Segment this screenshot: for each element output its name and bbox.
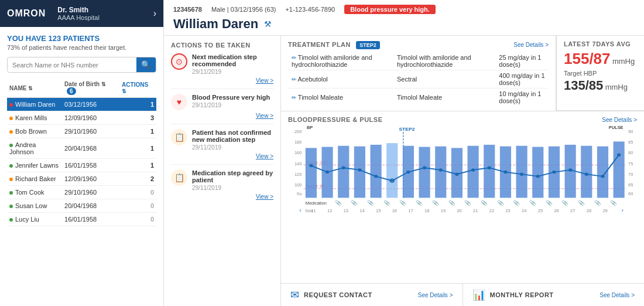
svg-text:14: 14 — [359, 209, 364, 213]
monthly-report-button[interactable]: 📊 MONTHLY REPORT See Details > — [463, 284, 645, 306]
treatment-see-details[interactable]: See Details > — [513, 42, 549, 48]
patient-name-cell: William Daren — [7, 98, 62, 111]
action-view-link[interactable]: View > — [171, 193, 273, 200]
treatment-row: ✏ Timolol with amiloride and hydrochloro… — [288, 52, 549, 70]
action-item: 📋Medication step agreed by patient29/11/… — [171, 169, 273, 205]
chart-see-details[interactable]: See Details > — [602, 117, 637, 123]
med-dose-cell: 10 mg/day in 1 dose(s) — [495, 89, 549, 107]
svg-rect-26 — [370, 145, 381, 198]
svg-text:📎: 📎 — [561, 200, 569, 206]
search-button[interactable]: 🔍 — [136, 57, 156, 72]
top-bar-row1: 12345678 Male | 03/12/1956 (63) +1-123-4… — [173, 5, 635, 14]
chart-title: BLOODPRESSURE & PULSE — [288, 116, 382, 123]
request-contact-button[interactable]: ✉ REQUEST CONTACT See Details > — [281, 284, 463, 306]
top-bar-row2: William Daren ⚒ — [173, 16, 635, 32]
latest-avg-title: LATEST 7DAYS AVG — [564, 40, 637, 47]
action-icon: ⊙ — [171, 53, 187, 70]
svg-text:📎: 📎 — [416, 200, 423, 206]
table-row[interactable]: William Daren03/12/19561 — [7, 98, 156, 111]
col-actions[interactable]: ACTIONS ⇅ — [119, 79, 156, 98]
svg-text:📎: 📎 — [383, 200, 391, 206]
col-name[interactable]: NAME ⇅ — [7, 79, 62, 98]
status-dot — [9, 130, 13, 134]
svg-text:90: 90 — [628, 130, 633, 133]
content-area: ACTIONS TO BE TAKEN ⊙Next medication ste… — [164, 36, 644, 306]
action-view-link[interactable]: View > — [171, 113, 273, 119]
action-view-link[interactable]: View > — [171, 153, 273, 159]
hbp-display: 135/85 mmHg — [564, 78, 637, 93]
svg-rect-22 — [306, 148, 317, 198]
action-header: 📋Patient has not confirmed new medicatio… — [171, 129, 273, 151]
svg-point-49 — [423, 166, 426, 169]
svg-point-60 — [601, 175, 604, 178]
sidebar-header: OMRON Dr. Smith AAAA Hospital › — [0, 0, 163, 27]
table-row[interactable]: Jennifer Lawns16/01/19581 — [7, 159, 156, 172]
action-item: 📋Patient has not confirmed new medicatio… — [171, 129, 273, 165]
request-contact-see-details[interactable]: See Details > — [418, 292, 453, 298]
patient-name-cell: Richard Baker — [7, 172, 62, 186]
svg-point-47 — [390, 179, 394, 182]
action-text: Next medication step recommended29/11/20… — [192, 53, 273, 75]
treatment-row: ✏ AcebutololSectral400 mg/day in 1 dose(… — [288, 70, 549, 89]
patient-dob-cell: 16/01/1958 — [62, 213, 119, 226]
patient-actions-cell: 0 — [119, 199, 156, 213]
table-row[interactable]: Bob Brown29/10/19601 — [7, 125, 156, 138]
action-text-content: Next medication step recommended — [192, 53, 273, 67]
search-input[interactable] — [8, 59, 136, 72]
action-header: ⊙Next medication step recommended29/11/2… — [171, 53, 273, 75]
bp-value: 155/87 — [564, 50, 611, 67]
med-brand-cell: Timolol Maleate — [393, 89, 495, 107]
edit-icon[interactable]: ✏ — [292, 94, 296, 101]
action-date: 29/11/2019 — [192, 185, 273, 191]
bp-pulse-chart: 200 180 160 140 120 100 0u 90 85 80 75 7… — [288, 125, 637, 219]
actions-panel: ACTIONS TO BE TAKEN ⊙Next medication ste… — [164, 36, 281, 306]
svg-text:85: 85 — [628, 141, 633, 144]
svg-text:80: 80 — [628, 151, 633, 155]
svg-text:20: 20 — [457, 209, 461, 213]
link-icon[interactable]: ⚒ — [264, 19, 272, 29]
search-box[interactable]: 🔍 — [7, 57, 156, 73]
edit-icon[interactable]: ✏ — [292, 76, 296, 83]
svg-rect-27 — [386, 143, 398, 198]
step-badge: STEP2 — [356, 41, 380, 49]
action-text: Patient has not confirmed new medication… — [192, 129, 273, 151]
bp-unit: mmHg — [612, 57, 635, 66]
svg-text:26: 26 — [554, 209, 559, 213]
action-icon: ♥ — [171, 94, 187, 110]
table-row[interactable]: Richard Baker12/09/19602 — [7, 172, 156, 186]
table-row[interactable]: Andrea Johnson20/04/19681 — [7, 138, 156, 159]
svg-text:16: 16 — [392, 209, 397, 213]
status-dot — [9, 144, 13, 147]
patient-actions-cell: 1 — [119, 159, 156, 172]
svg-rect-36 — [532, 147, 543, 198]
action-item: ♥Blood Pressure very high29/11/2019View … — [171, 94, 273, 124]
monthly-report-see-details[interactable]: See Details > — [600, 292, 635, 298]
status-dot — [9, 218, 13, 222]
svg-text:BP: BP — [307, 126, 313, 130]
table-row[interactable]: Susan Low20/04/19680 — [7, 199, 156, 213]
sort-icon-actions: ⇅ — [122, 89, 126, 94]
action-date: 29/11/2019 — [192, 102, 270, 108]
action-view-link[interactable]: View > — [171, 77, 273, 84]
col-dob[interactable]: Date of Birth ⇅ 6 — [62, 79, 119, 98]
svg-text:17: 17 — [408, 209, 413, 213]
status-dot — [9, 164, 13, 168]
svg-text:140: 140 — [294, 162, 302, 165]
action-text: Medication step agreed by patient29/11/2… — [192, 169, 273, 191]
svg-text:65: 65 — [628, 183, 633, 187]
patient-name: William Daren — [173, 16, 258, 32]
svg-text:15: 15 — [376, 209, 381, 213]
edit-icon[interactable]: ✏ — [292, 55, 296, 61]
sort-icon-dob: ⇅ — [101, 81, 106, 87]
svg-point-48 — [406, 171, 410, 174]
table-row[interactable]: Karen Mills12/09/19603 — [7, 111, 156, 125]
hbp-value: 135/85 — [564, 78, 603, 93]
table-row[interactable]: Lucy Liu16/01/19580 — [7, 213, 156, 226]
table-row[interactable]: Tom Cook29/10/19600 — [7, 186, 156, 199]
action-date: 29/11/2019 — [192, 144, 273, 151]
alert-badge: Blood pressure very high. — [344, 5, 436, 14]
sidebar-collapse-button[interactable]: › — [153, 8, 156, 19]
svg-text:📎: 📎 — [497, 200, 505, 206]
svg-point-46 — [374, 175, 378, 178]
svg-text:160: 160 — [294, 151, 302, 155]
